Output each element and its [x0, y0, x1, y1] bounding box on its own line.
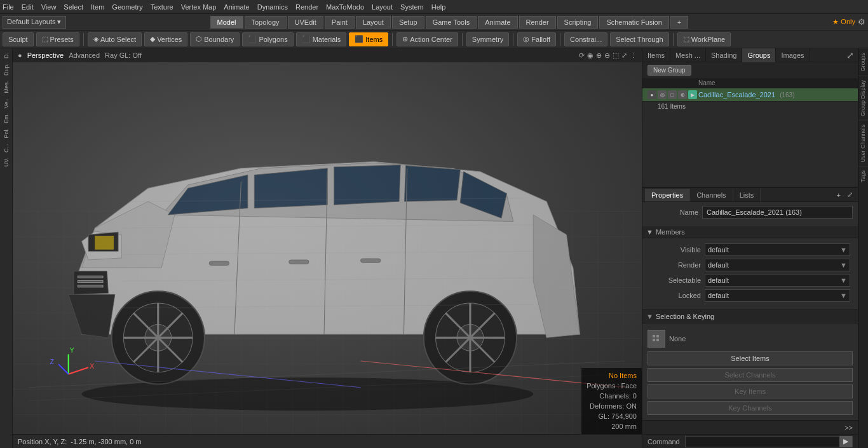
vertices-btn[interactable]: ◆ Vertices — [144, 32, 187, 46]
layout-tab-add[interactable]: + — [670, 16, 688, 29]
menu-help[interactable]: Help — [431, 3, 446, 11]
sk-grid-icon[interactable] — [648, 330, 665, 348]
items-btn[interactable]: ⬛ Items — [349, 32, 388, 46]
layout-tab-schematicfusion[interactable]: Schematic Fusion — [599, 16, 668, 29]
layout-tab-uvedit[interactable]: UVEdit — [288, 16, 323, 29]
name-input[interactable] — [702, 206, 853, 219]
sidebar-item-8[interactable]: UV. — [2, 156, 11, 168]
sidebar-item-2[interactable]: Dup. — [2, 62, 11, 78]
rpanel-bottom-expand-btn[interactable]: >> — [844, 424, 853, 431]
vp-icon-camera[interactable]: ◉ — [587, 51, 593, 60]
item-arrow-icon[interactable]: ▶ — [688, 90, 697, 99]
key-channels-btn[interactable]: Key Channels — [648, 401, 853, 415]
vp-icon-more[interactable]: ⋮ — [630, 51, 637, 60]
far-right-tags[interactable]: Tags — [858, 166, 868, 186]
menu-edit[interactable]: Edit — [22, 3, 34, 11]
layout-settings-icon[interactable]: ⚙ — [858, 17, 865, 27]
menu-vertexmap[interactable]: Vertex Map — [181, 3, 217, 11]
presets-btn[interactable]: ⬚ Presets — [36, 32, 79, 46]
rpanel-tab-groups[interactable]: Groups — [742, 48, 776, 62]
command-input[interactable] — [686, 438, 839, 445]
sidebar-item-4[interactable]: Ve.. — [2, 97, 11, 111]
viewport-mode[interactable]: Perspective — [27, 51, 64, 59]
menu-system[interactable]: System — [400, 3, 424, 11]
locked-select[interactable]: default ▼ — [705, 289, 850, 302]
layout-dropdown[interactable]: Default Layouts ▾ — [3, 16, 66, 29]
viewport-main[interactable]: ● Perspective Advanced Ray GL: Off ⟳ ◉ ⊕… — [13, 48, 642, 434]
far-right-groups[interactable]: Groups — [858, 48, 868, 76]
symmetry-btn[interactable]: Symmetry — [466, 32, 510, 46]
item-icon3[interactable]: □ — [668, 90, 677, 99]
select-channels-btn[interactable]: Select Channels — [648, 368, 853, 382]
select-items-btn[interactable]: Select Items — [648, 351, 853, 365]
sidebar-item-3[interactable]: Mes. — [2, 79, 11, 95]
sculpt-btn[interactable]: Sculpt — [3, 32, 34, 46]
select-through-btn[interactable]: Select Through — [610, 32, 668, 46]
item-icon4[interactable]: ⊕ — [678, 90, 687, 99]
layout-tab-model[interactable]: Model — [210, 16, 243, 29]
vp-icon-zoom-in[interactable]: ⊕ — [596, 51, 602, 60]
layout-tab-animate[interactable]: Animate — [478, 16, 517, 29]
layout-tab-topology[interactable]: Topology — [245, 16, 287, 29]
layout-tab-scripting[interactable]: Scripting — [557, 16, 599, 29]
menu-select[interactable]: Select — [64, 3, 83, 11]
command-exec-btn[interactable]: ▶ — [839, 436, 852, 447]
sidebar-item-5[interactable]: Em. — [2, 111, 11, 125]
props-tab-lists[interactable]: Lists — [733, 189, 761, 201]
sel-keying-section-header[interactable]: ▼ Selection & Keying — [642, 309, 858, 323]
selectable-select[interactable]: default ▼ — [705, 274, 850, 287]
menu-layout[interactable]: Layout — [372, 3, 393, 11]
props-tab-channels[interactable]: Channels — [690, 189, 733, 201]
visible-select[interactable]: default ▼ — [705, 243, 850, 256]
constrain-btn[interactable]: Constrai... — [564, 32, 607, 46]
menu-texture[interactable]: Texture — [151, 3, 173, 11]
new-group-btn[interactable]: New Group — [648, 65, 691, 76]
item-render-icon[interactable]: ◎ — [658, 90, 667, 99]
props-expand-btn[interactable]: ⤢ — [844, 188, 855, 201]
workplane-btn[interactable]: ⬚ WorkPlane — [677, 32, 731, 46]
layout-tab-paint[interactable]: Paint — [325, 16, 355, 29]
rpanel-tab-items[interactable]: Items — [642, 48, 670, 62]
props-add-btn[interactable]: + — [833, 189, 844, 201]
rpanel-tab-mesh[interactable]: Mesh ... — [670, 48, 706, 62]
vp-icon-expand[interactable]: ⤢ — [621, 51, 627, 60]
item-visibility-icon[interactable]: ● — [648, 90, 656, 99]
far-right-group-display[interactable]: Group Display — [858, 76, 868, 120]
menu-maxtomodo[interactable]: MaxToModo — [326, 3, 364, 11]
members-section-header[interactable]: ▼ Members — [642, 226, 858, 238]
materials-btn[interactable]: ⬛ Materials — [296, 32, 347, 46]
boundary-btn[interactable]: ⬡ Boundary — [190, 32, 240, 46]
item-row-cadillac[interactable]: ● ◎ □ ⊕ ▶ Cadillac_Escalade_2021 (163) — [642, 88, 858, 102]
viewport-advanced[interactable]: Advanced — [69, 51, 100, 59]
sidebar-item-7[interactable]: C... — [2, 142, 11, 154]
vp-icon-rotate[interactable]: ⟳ — [579, 51, 585, 60]
items-label: Items — [365, 36, 383, 43]
polygons-btn[interactable]: ⬛ Polygons — [242, 32, 293, 46]
rpanel-tab-shading[interactable]: Shading — [706, 48, 742, 62]
layout-tab-gametools[interactable]: Game Tools — [426, 16, 477, 29]
far-right-user-channels[interactable]: User Channels — [858, 120, 868, 166]
falloff-btn[interactable]: ◎ Falloff — [517, 32, 556, 46]
rpanel-tab-images[interactable]: Images — [776, 48, 810, 62]
menu-dynamics[interactable]: Dynamics — [257, 3, 288, 11]
vp-icon-frame[interactable]: ⬚ — [613, 51, 619, 60]
layout-tab-render[interactable]: Render — [519, 16, 556, 29]
menu-view[interactable]: View — [41, 3, 57, 11]
sidebar-item-1[interactable]: D. — [2, 51, 11, 60]
key-items-btn[interactable]: Key Items — [648, 384, 853, 398]
auto-select-btn[interactable]: ◈ Auto Select — [88, 32, 142, 46]
action-center-btn[interactable]: ⊕ Action Center — [397, 32, 458, 46]
layout-tab-layout[interactable]: Layout — [356, 16, 391, 29]
menu-file[interactable]: File — [3, 3, 14, 11]
props-tab-properties[interactable]: Properties — [645, 189, 690, 201]
vp-icon-zoom-out[interactable]: ⊖ — [604, 51, 610, 60]
menu-animate[interactable]: Animate — [224, 3, 249, 11]
sidebar-item-6[interactable]: Pol. — [2, 126, 11, 140]
layout-tab-setup[interactable]: Setup — [392, 16, 424, 29]
menu-render[interactable]: Render — [295, 3, 318, 11]
render-select[interactable]: default ▼ — [705, 259, 850, 271]
menu-geometry[interactable]: Geometry — [112, 3, 142, 11]
menu-item[interactable]: Item — [91, 3, 104, 11]
viewport-raygl[interactable]: Ray GL: Off — [105, 51, 142, 59]
rpanel-expand-icon[interactable]: ⤢ — [843, 50, 858, 60]
